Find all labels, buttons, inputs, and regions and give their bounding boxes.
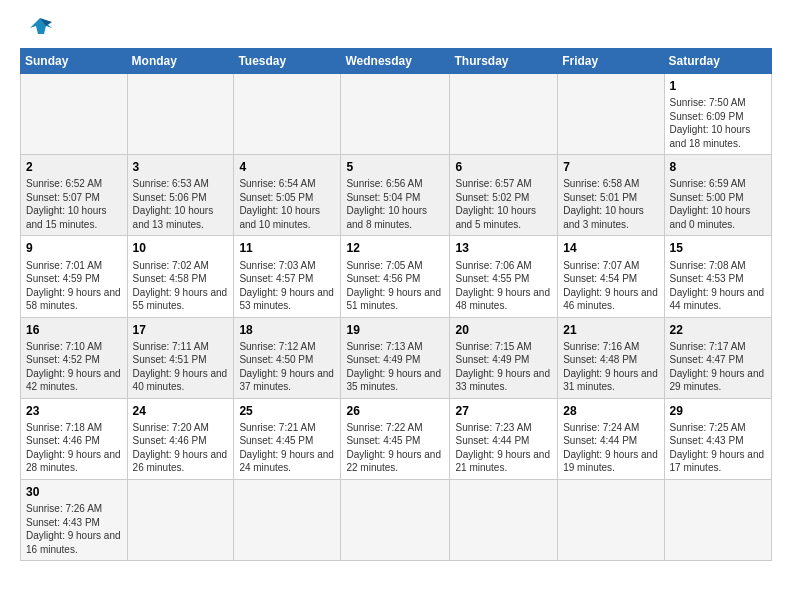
- calendar-cell: 12Sunrise: 7:05 AM Sunset: 4:56 PM Dayli…: [341, 236, 450, 317]
- day-info: Sunrise: 7:13 AM Sunset: 4:49 PM Dayligh…: [346, 340, 444, 394]
- day-number: 23: [26, 403, 122, 419]
- calendar-cell: 15Sunrise: 7:08 AM Sunset: 4:53 PM Dayli…: [664, 236, 771, 317]
- calendar-week-row-2: 2Sunrise: 6:52 AM Sunset: 5:07 PM Daylig…: [21, 155, 772, 236]
- calendar-weekday-tuesday: Tuesday: [234, 49, 341, 74]
- day-number: 17: [133, 322, 229, 338]
- day-info: Sunrise: 6:57 AM Sunset: 5:02 PM Dayligh…: [455, 177, 552, 231]
- day-info: Sunrise: 6:58 AM Sunset: 5:01 PM Dayligh…: [563, 177, 658, 231]
- day-info: Sunrise: 6:54 AM Sunset: 5:05 PM Dayligh…: [239, 177, 335, 231]
- day-info: Sunrise: 7:10 AM Sunset: 4:52 PM Dayligh…: [26, 340, 122, 394]
- day-number: 5: [346, 159, 444, 175]
- day-info: Sunrise: 7:26 AM Sunset: 4:43 PM Dayligh…: [26, 502, 122, 556]
- calendar-cell: 28Sunrise: 7:24 AM Sunset: 4:44 PM Dayli…: [558, 398, 664, 479]
- day-info: Sunrise: 7:16 AM Sunset: 4:48 PM Dayligh…: [563, 340, 658, 394]
- calendar-cell: 21Sunrise: 7:16 AM Sunset: 4:48 PM Dayli…: [558, 317, 664, 398]
- calendar-cell: 24Sunrise: 7:20 AM Sunset: 4:46 PM Dayli…: [127, 398, 234, 479]
- day-number: 14: [563, 240, 658, 256]
- calendar-cell: [127, 74, 234, 155]
- calendar-cell: [450, 479, 558, 560]
- header: [20, 16, 772, 38]
- day-number: 26: [346, 403, 444, 419]
- day-info: Sunrise: 6:56 AM Sunset: 5:04 PM Dayligh…: [346, 177, 444, 231]
- day-number: 30: [26, 484, 122, 500]
- day-info: Sunrise: 6:53 AM Sunset: 5:06 PM Dayligh…: [133, 177, 229, 231]
- logo: [20, 16, 56, 38]
- calendar-cell: [234, 74, 341, 155]
- calendar-cell: 13Sunrise: 7:06 AM Sunset: 4:55 PM Dayli…: [450, 236, 558, 317]
- calendar-cell: 8Sunrise: 6:59 AM Sunset: 5:00 PM Daylig…: [664, 155, 771, 236]
- calendar-cell: 26Sunrise: 7:22 AM Sunset: 4:45 PM Dayli…: [341, 398, 450, 479]
- day-info: Sunrise: 7:08 AM Sunset: 4:53 PM Dayligh…: [670, 259, 766, 313]
- calendar-cell: 7Sunrise: 6:58 AM Sunset: 5:01 PM Daylig…: [558, 155, 664, 236]
- day-info: Sunrise: 7:15 AM Sunset: 4:49 PM Dayligh…: [455, 340, 552, 394]
- calendar-cell: [664, 479, 771, 560]
- day-number: 21: [563, 322, 658, 338]
- day-number: 7: [563, 159, 658, 175]
- calendar-cell: [341, 479, 450, 560]
- day-info: Sunrise: 7:20 AM Sunset: 4:46 PM Dayligh…: [133, 421, 229, 475]
- calendar-weekday-saturday: Saturday: [664, 49, 771, 74]
- calendar-cell: [127, 479, 234, 560]
- day-info: Sunrise: 7:11 AM Sunset: 4:51 PM Dayligh…: [133, 340, 229, 394]
- day-info: Sunrise: 7:05 AM Sunset: 4:56 PM Dayligh…: [346, 259, 444, 313]
- day-number: 25: [239, 403, 335, 419]
- calendar-cell: 11Sunrise: 7:03 AM Sunset: 4:57 PM Dayli…: [234, 236, 341, 317]
- day-number: 12: [346, 240, 444, 256]
- calendar-weekday-sunday: Sunday: [21, 49, 128, 74]
- day-info: Sunrise: 7:02 AM Sunset: 4:58 PM Dayligh…: [133, 259, 229, 313]
- calendar-cell: 17Sunrise: 7:11 AM Sunset: 4:51 PM Dayli…: [127, 317, 234, 398]
- day-number: 2: [26, 159, 122, 175]
- day-number: 1: [670, 78, 766, 94]
- calendar-cell: 4Sunrise: 6:54 AM Sunset: 5:05 PM Daylig…: [234, 155, 341, 236]
- calendar-week-row-3: 9Sunrise: 7:01 AM Sunset: 4:59 PM Daylig…: [21, 236, 772, 317]
- page: SundayMondayTuesdayWednesdayThursdayFrid…: [0, 0, 792, 571]
- day-info: Sunrise: 6:59 AM Sunset: 5:00 PM Dayligh…: [670, 177, 766, 231]
- calendar-cell: 16Sunrise: 7:10 AM Sunset: 4:52 PM Dayli…: [21, 317, 128, 398]
- calendar-cell: [450, 74, 558, 155]
- calendar-table: SundayMondayTuesdayWednesdayThursdayFrid…: [20, 48, 772, 561]
- calendar-cell: 20Sunrise: 7:15 AM Sunset: 4:49 PM Dayli…: [450, 317, 558, 398]
- calendar-header-row: SundayMondayTuesdayWednesdayThursdayFrid…: [21, 49, 772, 74]
- day-number: 10: [133, 240, 229, 256]
- calendar-cell: [558, 74, 664, 155]
- day-number: 29: [670, 403, 766, 419]
- day-info: Sunrise: 7:06 AM Sunset: 4:55 PM Dayligh…: [455, 259, 552, 313]
- day-number: 6: [455, 159, 552, 175]
- day-info: Sunrise: 7:21 AM Sunset: 4:45 PM Dayligh…: [239, 421, 335, 475]
- calendar-weekday-monday: Monday: [127, 49, 234, 74]
- day-info: Sunrise: 7:07 AM Sunset: 4:54 PM Dayligh…: [563, 259, 658, 313]
- calendar-week-row-1: 1Sunrise: 7:50 AM Sunset: 6:09 PM Daylig…: [21, 74, 772, 155]
- calendar-cell: [234, 479, 341, 560]
- day-number: 11: [239, 240, 335, 256]
- calendar-cell: 10Sunrise: 7:02 AM Sunset: 4:58 PM Dayli…: [127, 236, 234, 317]
- day-number: 8: [670, 159, 766, 175]
- day-info: Sunrise: 7:18 AM Sunset: 4:46 PM Dayligh…: [26, 421, 122, 475]
- calendar-cell: 6Sunrise: 6:57 AM Sunset: 5:02 PM Daylig…: [450, 155, 558, 236]
- calendar-week-row-6: 30Sunrise: 7:26 AM Sunset: 4:43 PM Dayli…: [21, 479, 772, 560]
- logo-bird-icon: [24, 16, 56, 38]
- calendar-cell: 5Sunrise: 6:56 AM Sunset: 5:04 PM Daylig…: [341, 155, 450, 236]
- day-number: 9: [26, 240, 122, 256]
- calendar-cell: 29Sunrise: 7:25 AM Sunset: 4:43 PM Dayli…: [664, 398, 771, 479]
- day-info: Sunrise: 7:23 AM Sunset: 4:44 PM Dayligh…: [455, 421, 552, 475]
- day-info: Sunrise: 7:25 AM Sunset: 4:43 PM Dayligh…: [670, 421, 766, 475]
- svg-marker-0: [30, 18, 52, 34]
- calendar-cell: 18Sunrise: 7:12 AM Sunset: 4:50 PM Dayli…: [234, 317, 341, 398]
- calendar-cell: 1Sunrise: 7:50 AM Sunset: 6:09 PM Daylig…: [664, 74, 771, 155]
- calendar-cell: [558, 479, 664, 560]
- day-number: 4: [239, 159, 335, 175]
- calendar-weekday-friday: Friday: [558, 49, 664, 74]
- day-number: 27: [455, 403, 552, 419]
- calendar-weekday-wednesday: Wednesday: [341, 49, 450, 74]
- day-number: 28: [563, 403, 658, 419]
- day-number: 3: [133, 159, 229, 175]
- day-number: 13: [455, 240, 552, 256]
- day-info: Sunrise: 7:50 AM Sunset: 6:09 PM Dayligh…: [670, 96, 766, 150]
- calendar-cell: 9Sunrise: 7:01 AM Sunset: 4:59 PM Daylig…: [21, 236, 128, 317]
- calendar-cell: 23Sunrise: 7:18 AM Sunset: 4:46 PM Dayli…: [21, 398, 128, 479]
- day-number: 22: [670, 322, 766, 338]
- calendar-week-row-4: 16Sunrise: 7:10 AM Sunset: 4:52 PM Dayli…: [21, 317, 772, 398]
- calendar-cell: 30Sunrise: 7:26 AM Sunset: 4:43 PM Dayli…: [21, 479, 128, 560]
- day-info: Sunrise: 6:52 AM Sunset: 5:07 PM Dayligh…: [26, 177, 122, 231]
- calendar-cell: 19Sunrise: 7:13 AM Sunset: 4:49 PM Dayli…: [341, 317, 450, 398]
